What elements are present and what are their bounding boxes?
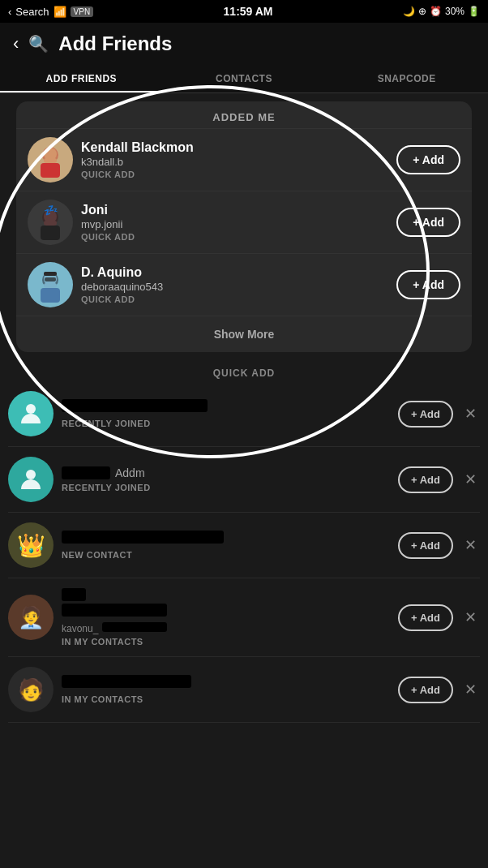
friend-username-aquino: deboraaquino543 — [81, 281, 388, 293]
wifi-icon: 📶 — [54, 6, 66, 18]
add-button-quick-5[interactable]: + Add — [398, 677, 453, 703]
status-search: Search — [15, 6, 49, 18]
svg-text:💤: 💤 — [44, 204, 58, 217]
crown-icon: 👑 — [17, 532, 45, 559]
avatar-joni: 💤 — [28, 200, 73, 245]
glasses-icon: 🧑‍💼 — [18, 605, 44, 630]
battery-text: 30% — [445, 6, 464, 17]
redacted-name-1 — [62, 399, 208, 412]
quick-add-header-partial: QUICK ADD — [213, 367, 276, 379]
redacted-name-2a — [62, 466, 110, 479]
avatar-quick-1 — [8, 391, 54, 436]
back-arrow: ‹ — [8, 6, 11, 18]
svg-rect-14 — [44, 272, 57, 276]
dismiss-button-3[interactable]: ✕ — [461, 533, 480, 557]
redacted-username-4: kavonu_ — [62, 620, 390, 635]
moon-icon: 🌙 — [403, 6, 415, 17]
friend-name-joni: Joni — [81, 203, 388, 217]
add-button-aquino[interactable]: + Add — [396, 270, 460, 299]
avatar-aquino — [28, 262, 73, 307]
svg-rect-1 — [41, 163, 60, 178]
added-me-card: ADDED ME Kendall Blackmon k3ndall.b QUIC… — [16, 101, 472, 352]
show-more-button[interactable]: Show More — [16, 316, 472, 352]
add-button-quick-3[interactable]: + Add — [398, 532, 453, 559]
quick-btns-5: + Add ✕ — [398, 677, 480, 703]
quick-label-2: RECENTLY JOINED — [62, 483, 390, 492]
quick-btns-3: + Add ✕ — [398, 532, 480, 559]
tab-snapcode[interactable]: SNAPCODE — [325, 65, 488, 92]
quick-item-4: 🧑‍💼 kavonu_ IN MY CONTACTS + Add ✕ — [8, 578, 480, 657]
friend-username-kendall: k3ndall.b — [81, 156, 388, 168]
add-button-quick-2[interactable]: + Add — [398, 466, 453, 493]
redacted-name-4b — [62, 604, 167, 617]
status-time: 11:59 AM — [224, 5, 273, 18]
svg-rect-5 — [41, 226, 60, 240]
quick-label-5: IN MY CONTACTS — [62, 694, 390, 704]
quick-btns-2: + Add ✕ — [398, 466, 480, 493]
tab-add-friends[interactable]: ADD FRIENDS — [0, 65, 163, 92]
avatar-kendall — [28, 137, 73, 183]
person-icon-5: 🧑 — [18, 677, 44, 703]
friend-label-kendall: QUICK ADD — [81, 170, 388, 179]
svg-point-16 — [26, 470, 36, 479]
add-button-kendall[interactable]: + Add — [396, 145, 460, 174]
friend-username-joni: mvp.jonii — [81, 218, 388, 230]
quick-label-1: RECENTLY JOINED — [62, 419, 390, 428]
dismiss-button-5[interactable]: ✕ — [461, 677, 480, 702]
avatar-quick-5: 🧑 — [8, 667, 54, 712]
back-button[interactable]: ‹ — [13, 33, 19, 54]
battery-icon: 🔋 — [468, 6, 480, 17]
quick-btns-1: + Add ✕ — [398, 401, 480, 428]
friend-info-joni: Joni mvp.jonii QUICK ADD — [81, 203, 388, 242]
alarm-icon: ⏰ — [430, 6, 442, 17]
add-button-joni[interactable]: + Add — [396, 208, 460, 237]
status-right: 🌙 ⊕ ⏰ 30% 🔋 — [403, 6, 480, 17]
search-icon[interactable]: 🔍 — [28, 34, 49, 54]
vpn-badge: VPN — [71, 6, 94, 17]
partial-name-2: Addm — [115, 466, 145, 479]
redacted-name-5 — [62, 675, 191, 688]
status-bar: ‹ Search 📶 VPN 11:59 AM 🌙 ⊕ ⏰ 30% 🔋 — [0, 0, 488, 23]
svg-point-15 — [26, 404, 36, 414]
quick-add-list: RECENTLY JOINED + Add ✕ Addm RECENTLY JO… — [0, 381, 488, 723]
add-button-quick-1[interactable]: + Add — [398, 401, 453, 428]
dismiss-button-1[interactable]: ✕ — [461, 402, 480, 426]
dismiss-button-4[interactable]: ✕ — [461, 605, 480, 630]
quick-label-3: NEW CONTACT — [62, 550, 390, 560]
header: ‹ 🔍 Add Friends — [0, 23, 488, 65]
avatar-aquino-image — [32, 267, 68, 303]
avatar-kendall-image — [32, 142, 68, 178]
quick-item-3: 👑 NEW CONTACT + Add ✕ — [8, 513, 480, 578]
redacted-name-4a — [62, 588, 86, 601]
friend-item-kendall: Kendall Blackmon k3ndall.b QUICK ADD + A… — [16, 128, 472, 191]
quick-btns-4: + Add ✕ — [398, 604, 480, 631]
person-icon-1 — [18, 401, 44, 427]
svg-rect-13 — [44, 283, 57, 288]
svg-rect-12 — [45, 277, 56, 281]
quick-info-2: Addm RECENTLY JOINED — [62, 466, 390, 492]
quick-info-1: RECENTLY JOINED — [62, 399, 390, 428]
friend-label-aquino: QUICK ADD — [81, 294, 388, 304]
tabs-bar: ADD FRIENDS CONTACTS SNAPCODE — [0, 65, 488, 93]
quick-info-3: NEW CONTACT — [62, 531, 390, 560]
tab-contacts[interactable]: CONTACTS — [163, 65, 326, 92]
page-title: Add Friends — [58, 32, 172, 55]
avatar-quick-4: 🧑‍💼 — [8, 595, 54, 640]
quick-item-5: 🧑 IN MY CONTACTS + Add ✕ — [8, 657, 480, 723]
quick-info-5: IN MY CONTACTS — [62, 675, 390, 704]
svg-rect-10 — [41, 288, 60, 303]
friend-item-joni: 💤 Joni mvp.jonii QUICK ADD + Add — [16, 191, 472, 253]
dismiss-button-2[interactable]: ✕ — [461, 467, 480, 492]
add-button-quick-4[interactable]: + Add — [398, 604, 453, 631]
quick-item-1: RECENTLY JOINED + Add ✕ — [8, 381, 480, 447]
location-icon: ⊕ — [418, 6, 426, 17]
avatar-joni-image: 💤 — [32, 204, 68, 240]
friend-info-kendall: Kendall Blackmon k3ndall.b QUICK ADD — [81, 140, 388, 179]
avatar-quick-3: 👑 — [8, 522, 54, 568]
added-me-title: ADDED ME — [16, 101, 472, 128]
quick-label-4: IN MY CONTACTS — [62, 637, 390, 647]
svg-rect-3 — [44, 158, 57, 163]
friend-label-joni: QUICK ADD — [81, 232, 388, 242]
svg-rect-8 — [44, 221, 57, 226]
quick-info-4: kavonu_ IN MY CONTACTS — [62, 588, 390, 647]
